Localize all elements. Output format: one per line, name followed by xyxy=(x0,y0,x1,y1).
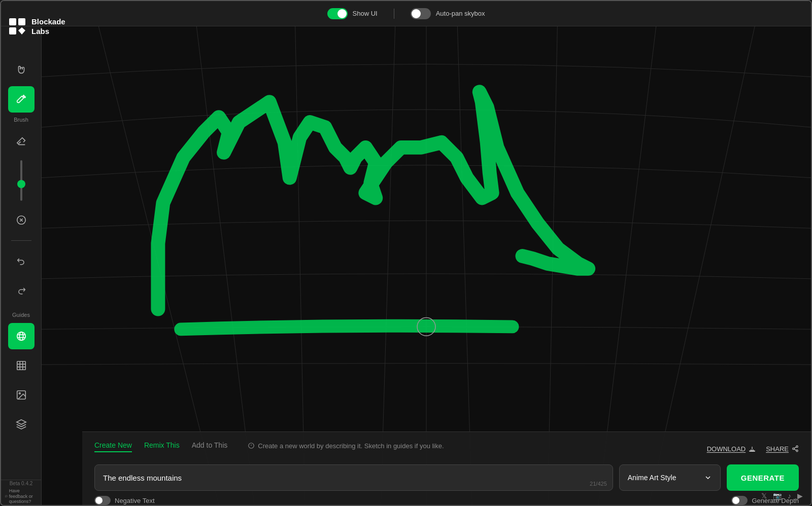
brush-size-slider[interactable] xyxy=(20,160,22,201)
svg-rect-1 xyxy=(18,18,25,25)
generate-depth-toggle[interactable] xyxy=(731,496,748,505)
brush-icon xyxy=(16,94,27,105)
grid3d-icon xyxy=(16,360,27,371)
undo-icon xyxy=(16,256,26,266)
svg-line-33 xyxy=(794,449,796,450)
style-select-button[interactable]: Anime Art Style xyxy=(619,464,721,491)
prompt-input[interactable] xyxy=(94,464,613,491)
char-count: 21/425 xyxy=(590,481,607,487)
logo-icon xyxy=(8,17,26,35)
twitter-icon[interactable]: 𝕏 xyxy=(761,492,767,500)
tab-create-new[interactable]: Create New xyxy=(94,439,132,452)
svg-point-14 xyxy=(19,392,20,394)
show-ui-label: Show UI xyxy=(353,10,378,17)
top-bar: Show UI Auto-pan skybox xyxy=(1,1,811,26)
negative-text-toggle[interactable] xyxy=(94,496,111,505)
bottom-tabs: Create New Remix This Add to This Create… xyxy=(94,439,707,452)
generate-button[interactable]: GENERATE xyxy=(727,464,799,491)
options-row: Negative Text Generate Depth xyxy=(94,496,799,505)
tab-actions: DOWNLOAD SHARE xyxy=(707,445,799,453)
pan-tool-button[interactable] xyxy=(8,57,35,83)
brush-label: Brush xyxy=(14,117,28,123)
app-wrapper: Show UI Auto-pan skybox BlockadeLabs xyxy=(0,0,812,506)
guide-3dgrid-button[interactable] xyxy=(8,352,35,379)
youtube-icon[interactable]: ▶ xyxy=(797,492,803,500)
eraser-tool-button[interactable] xyxy=(8,128,35,154)
hand-icon xyxy=(16,64,27,76)
brush-size-slider-container xyxy=(20,160,22,201)
tab-remix-this[interactable]: Remix This xyxy=(144,439,180,452)
negative-text-toggle-group: Negative Text xyxy=(94,496,155,505)
eraser-icon xyxy=(16,135,27,147)
svg-point-32 xyxy=(796,450,798,452)
logo: BlockadeLabs xyxy=(1,1,92,52)
auto-pan-toggle-group: Auto-pan skybox xyxy=(411,8,485,19)
bottom-panel: Create New Remix This Add to This Create… xyxy=(82,431,811,505)
negative-text-label: Negative Text xyxy=(115,497,155,504)
left-sidebar: Brush xyxy=(1,1,42,505)
svg-rect-29 xyxy=(750,451,755,451)
skybox-grid xyxy=(42,1,811,505)
share-icon xyxy=(792,445,799,452)
share-label: SHARE xyxy=(766,445,789,453)
svg-rect-0 xyxy=(9,18,16,25)
sidebar-divider-1 xyxy=(11,240,31,241)
chevron-down-icon xyxy=(704,474,712,482)
prompt-wrapper: 21/425 xyxy=(94,464,613,491)
clear-button[interactable] xyxy=(8,207,35,233)
guides-label: Guides xyxy=(12,312,30,318)
tab-info-text: Create a new world by describing it. Ske… xyxy=(258,442,444,450)
redo-icon xyxy=(16,285,26,296)
auto-pan-toggle[interactable] xyxy=(411,8,431,19)
guide-image-button[interactable] xyxy=(8,382,35,408)
guide-layers-button[interactable] xyxy=(8,411,35,438)
tab-add-to-this[interactable]: Add to This xyxy=(192,439,228,452)
svg-rect-8 xyxy=(17,362,25,370)
svg-point-30 xyxy=(796,446,798,448)
feedback-text: Have feedback or questions? xyxy=(9,488,37,504)
download-icon xyxy=(749,445,756,452)
undo-button[interactable] xyxy=(8,248,35,274)
globe-icon xyxy=(16,331,27,342)
show-ui-toggle[interactable] xyxy=(327,8,348,19)
prompt-row: 21/425 Anime Art Style GENERATE xyxy=(94,464,799,491)
download-label: DOWNLOAD xyxy=(707,445,746,453)
instagram-icon[interactable]: 📷 xyxy=(773,492,782,500)
share-link[interactable]: SHARE xyxy=(766,445,799,453)
message-icon xyxy=(5,494,8,499)
style-selected-label: Anime Art Style xyxy=(628,474,676,482)
canvas-area[interactable]: Create New Remix This Add to This Create… xyxy=(42,1,811,505)
topbar-divider xyxy=(394,9,394,19)
auto-pan-label: Auto-pan skybox xyxy=(436,10,485,17)
svg-line-34 xyxy=(794,447,796,448)
brush-tool-button[interactable] xyxy=(8,86,35,113)
clear-icon xyxy=(16,214,27,226)
version-label: Beta 0.4.2 xyxy=(10,481,33,486)
bottom-footer: Beta 0.4.2 Have feedback or questions? xyxy=(1,480,42,505)
tiktok-icon[interactable]: ♪ xyxy=(788,492,791,500)
logo-text: BlockadeLabs xyxy=(31,17,65,37)
feedback-link[interactable]: Have feedback or questions? xyxy=(5,488,37,504)
svg-point-5 xyxy=(19,332,23,341)
guide-globe-button[interactable] xyxy=(8,323,35,349)
show-ui-toggle-group: Show UI xyxy=(327,8,378,19)
image-icon xyxy=(16,389,27,401)
redo-button[interactable] xyxy=(8,277,35,304)
svg-rect-2 xyxy=(9,27,16,34)
info-icon xyxy=(248,442,255,449)
svg-point-4 xyxy=(17,332,25,341)
layers-icon xyxy=(16,419,27,430)
svg-point-31 xyxy=(793,448,795,450)
download-link[interactable]: DOWNLOAD xyxy=(707,445,756,453)
social-icons: 𝕏 📷 ♪ ▶ xyxy=(761,492,803,500)
